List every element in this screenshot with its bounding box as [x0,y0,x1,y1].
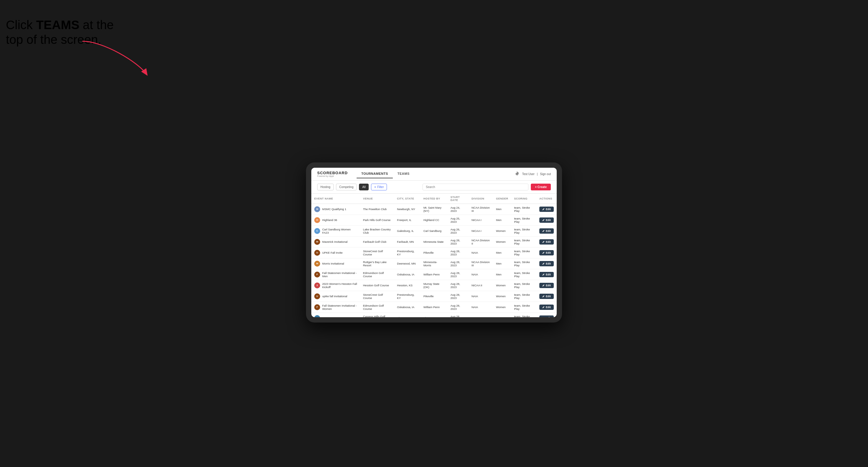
search-input[interactable] [423,184,528,190]
date-cell: Aug 26, 2023 [447,225,469,236]
gender-badge: Men [496,218,501,222]
division-cell: NICAA I [468,225,493,236]
hosting-filter-btn[interactable]: Hosting [317,184,334,190]
event-name-cell: M Maverick Invitational [314,239,357,245]
table-row: M MSMC Qualifying 1 The Powelton Club Ne… [311,204,557,215]
edit-button[interactable]: Edit [539,261,554,266]
table-row: 2 2023 Women's Hesston Fall Kickoff Hess… [311,280,557,291]
event-icon: M [314,261,320,267]
table-row: U UPKE Fall Invite StoneCrest Golf Cours… [311,247,557,258]
event-name: upike fall invitational [322,294,347,298]
all-filter-btn[interactable]: All [359,184,369,190]
edit-button[interactable]: Edit [539,228,554,234]
gender-cell: Men [493,258,512,269]
event-icon: V [314,315,320,317]
edit-button[interactable]: Edit [539,239,554,245]
event-icon: U [314,293,320,299]
gender-cell: Men [493,215,512,225]
venue-cell: StoneCrest Golf Course [360,247,394,258]
edit-button[interactable]: Edit [539,305,554,310]
table-row: H Highland 36 Park Hills Golf Course Fre… [311,215,557,225]
edit-button[interactable]: Edit [539,217,554,223]
col-venue: VENUE [360,194,394,204]
gender-badge: Women [496,294,506,298]
table-row: F Fall Statesmen Invitational - Women Ed… [311,302,557,312]
scoring-cell: team, Stroke Play [511,236,536,247]
division-cell: NAIA [468,302,493,312]
actions-cell: Edit [536,258,557,269]
event-name-cell: M Morris Invitational [314,261,357,267]
gender-badge: Men [496,316,501,317]
logo-sub: Powered by clippit [317,175,348,177]
gender-cell: Women [493,225,512,236]
hosted-cell: Pikeville [421,291,447,302]
instruction-line2: at the [80,18,114,32]
venue-cell: Ruttger's Bay Lake Resort [360,258,394,269]
event-icon: H [314,217,320,223]
event-name-cell: U upike fall invitational [314,293,357,299]
scoring-cell: team, Stroke Play [511,225,536,236]
event-name: Fall Statesmen Invitational - Women [322,304,357,310]
tournaments-table-container: EVENT NAME VENUE CITY, STATE HOSTED BY S… [311,194,557,317]
edit-button[interactable]: Edit [539,250,554,255]
logo-text: SCOREBOARD [317,171,348,175]
user-name: Test User [522,173,534,176]
tournaments-table: EVENT NAME VENUE CITY, STATE HOSTED BY S… [311,194,557,317]
event-name-cell: M MSMC Qualifying 1 [314,206,357,212]
table-row: C Carl Sandburg Women FA23 Lake Bracken … [311,225,557,236]
gender-cell: Women [493,280,512,291]
venue-cell: Edmundson Golf Course [360,302,394,312]
event-icon: 2 [314,282,320,288]
event-name: Morris Invitational [322,262,344,265]
edit-icon [542,241,545,243]
venue-cell: StoneCrest Golf Course [360,291,394,302]
venue-cell: Park Hills Golf Course [360,215,394,225]
scoring-cell: team, Stroke Play [511,291,536,302]
create-button[interactable]: + Create [531,184,551,190]
event-icon: C [314,228,320,234]
competing-filter-btn[interactable]: Competing [336,184,356,190]
division-cell: NCAA Division II [468,236,493,247]
city-cell: Vincennes, IN [394,312,421,317]
event-name: 2023 Women's Hesston Fall Kickoff [322,282,357,289]
signout-link[interactable]: Sign out [540,173,551,176]
gender-cell: Men [493,204,512,215]
edit-button[interactable]: Edit [539,207,554,212]
scoring-cell: team, Stroke Play [511,269,536,280]
tab-teams[interactable]: TEAMS [393,169,414,178]
edit-button[interactable]: Edit [539,283,554,288]
filter-label: Filter [377,185,384,189]
tab-tournaments[interactable]: TOURNAMENTS [356,169,393,178]
gender-badge: Men [496,208,501,211]
gender-badge: Men [496,273,501,276]
scoring-cell: team, Stroke Play [511,302,536,312]
city-cell: Oskaloosa, IA [394,269,421,280]
edit-button[interactable]: Edit [539,294,554,299]
instruction-text: Click TEAMS at thetop of the screen. [6,18,114,48]
event-name: Highland 36 [322,218,337,222]
actions-cell: Edit [536,215,557,225]
division-cell: NICAA I [468,215,493,225]
edit-icon [542,230,545,232]
filter-icon-btn[interactable]: ≡ Filter [371,184,387,190]
event-name-cell: V VU PREVIEW [314,315,357,317]
table-row: V VU PREVIEW Cypress Hills Golf Club Vin… [311,312,557,317]
edit-icon [542,252,545,254]
edit-button[interactable]: Edit [539,272,554,277]
division-cell: NCAA Division III [468,204,493,215]
edit-icon [542,208,545,210]
scoring-cell: team, Stroke Play [511,215,536,225]
city-cell: Oskaloosa, IA [394,302,421,312]
gear-icon[interactable] [515,172,520,176]
event-icon: U [314,250,320,256]
col-gender: GENDER [493,194,512,204]
edit-button[interactable]: Edit [539,315,554,317]
city-cell: Galesburg, IL [394,225,421,236]
event-icon: M [314,239,320,245]
gender-cell: Women [493,302,512,312]
date-cell: Aug 25, 2023 [447,215,469,225]
hosted-cell: Carl Sandburg [421,225,447,236]
city-cell: Deerwood, MN [394,258,421,269]
scoring-cell: team, Stroke Play [511,204,536,215]
division-cell: NICAA II [468,280,493,291]
